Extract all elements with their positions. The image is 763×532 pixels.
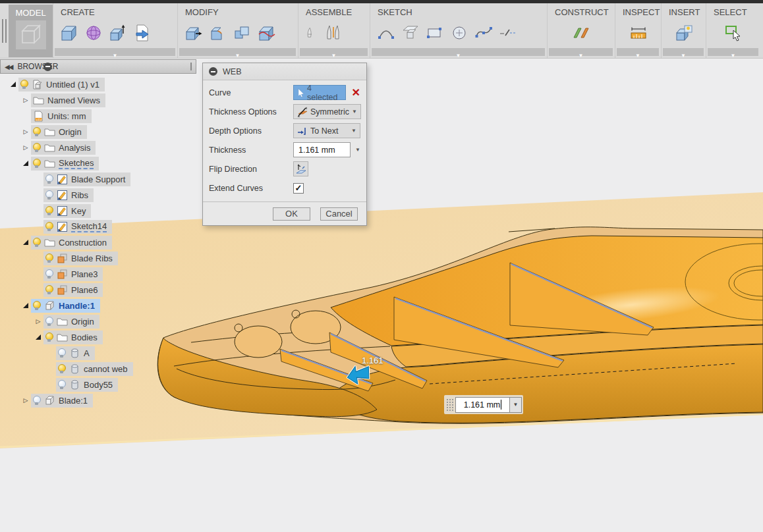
visibility-bulb-icon[interactable] [32,142,40,153]
visibility-bulb-icon[interactable] [57,363,65,374]
web-dialog-header[interactable]: WEB [203,63,366,80]
collapsed-arrow-icon[interactable]: ▷ [33,318,43,325]
tree-item-chip[interactable]: Untitled (1) v1 [18,78,105,92]
import-icon[interactable] [134,24,151,44]
visibility-bulb-icon[interactable] [32,158,40,169]
rectangle-icon[interactable] [426,24,443,44]
tree-row-handle-1[interactable]: Handle:1 [0,298,199,313]
construct-plane-icon[interactable] [572,24,590,44]
browser-header[interactable]: ◀◀ BROWSER [0,59,196,74]
tree-row-a[interactable]: A [0,345,199,361]
toolbar-group-expander[interactable]: ▼ [549,48,613,56]
visibility-bulb-icon[interactable] [45,205,53,216]
split-icon[interactable] [258,24,275,44]
canvas-thickness-widget[interactable]: 1.161 mm ▼ [444,395,523,414]
tree-item-chip[interactable]: Plane6 [43,283,103,297]
spline-icon[interactable] [475,24,492,44]
tree-row-analysis[interactable]: ▷Analysis [0,140,199,155]
tree-row-blade-support[interactable]: Blade Support [0,171,199,187]
visibility-bulb-icon[interactable] [32,300,40,311]
tree-row-origin[interactable]: ▷Origin [0,313,199,329]
create-sketch-icon[interactable] [402,24,419,44]
widget-drag-handle[interactable] [445,398,454,412]
tree-row-blade-1[interactable]: ▷Blade:1 [0,392,199,408]
tree-row-bodies[interactable]: Bodies [0,329,199,345]
tree-row-untitled-1-v1[interactable]: Untitled (1) v1 [0,76,199,92]
visibility-bulb-icon[interactable] [20,79,28,90]
visibility-bulb-icon[interactable] [57,379,65,390]
cancel-button[interactable]: Cancel [320,207,358,221]
visibility-bulb-icon[interactable] [45,174,53,184]
joint-icon[interactable] [306,24,318,44]
tree-item-chip[interactable]: Plane3 [43,267,103,281]
tree-item-chip[interactable]: Bodies [43,331,103,344]
fillet-icon[interactable] [210,24,227,44]
as-built-joint-icon[interactable] [325,24,342,44]
curve-selection-button[interactable]: 4 selected [293,85,346,100]
toolbar-group-expander[interactable]: ▼ [372,48,545,56]
thickness-input[interactable]: 1.161 mm [293,142,351,157]
visibility-bulb-icon[interactable] [32,126,40,137]
tree-row-sketches[interactable]: Sketches [0,155,199,171]
browser-resize-grip[interactable] [190,63,192,70]
box-icon[interactable] [61,24,78,44]
depth-options-dropdown[interactable]: To Next ▼ [293,123,360,138]
insert-image-icon[interactable] [675,24,692,44]
tree-row-construction[interactable]: Construction [0,234,199,250]
canvas-thickness-dropdown[interactable]: ▼ [510,397,522,413]
browser-minimize-icon[interactable] [43,63,52,71]
flip-direction-arrow-cursor[interactable] [345,362,374,388]
press-pull-icon[interactable] [185,24,202,44]
toolbar-group-expander[interactable]: ▼ [663,48,704,56]
tree-item-chip[interactable]: Construction [31,236,112,250]
collapsed-arrow-icon[interactable]: ▷ [20,397,31,404]
web-dialog[interactable]: WEB Curve 4 selected ✕ Thickness Options… [202,63,367,226]
visibility-bulb-icon[interactable] [45,316,53,327]
visibility-bulb-icon[interactable] [32,237,40,248]
tree-row-body55[interactable]: Body55 [0,377,199,392]
tree-row-sketch14[interactable]: Sketch14 [0,219,199,234]
tree-row-key[interactable]: Key [0,203,199,219]
tree-row-cannot-web[interactable]: cannot web [0,361,199,377]
circle-icon[interactable] [451,24,468,44]
visibility-bulb-icon[interactable] [45,284,53,295]
expanded-arrow-icon[interactable] [33,334,43,340]
toolbar-group-expander[interactable]: ▼ [55,48,175,56]
expanded-arrow-icon[interactable] [20,303,31,308]
expanded-arrow-icon[interactable] [8,82,18,87]
trim-icon[interactable] [499,24,517,44]
tree-item-chip[interactable]: Origin [43,315,99,329]
tree-row-plane6[interactable]: Plane6 [0,282,199,298]
tree-item-chip[interactable]: Blade Support [43,173,130,186]
thickness-options-dropdown[interactable]: Symmetric ▼ [293,104,361,119]
sphere-icon[interactable] [85,24,102,44]
extend-curves-checkbox[interactable]: ✓ [293,183,304,194]
tree-item-chip[interactable]: Handle:1 [31,299,100,313]
collapsed-arrow-icon[interactable]: ▷ [20,97,31,103]
visibility-bulb-icon[interactable] [57,348,65,358]
ok-button[interactable]: OK [273,207,310,221]
tree-row-plane3[interactable]: Plane3 [0,266,199,282]
toolbar-group-expander[interactable]: ▼ [179,48,296,56]
collapsed-arrow-icon[interactable]: ▷ [20,144,31,151]
flip-direction-button[interactable] [293,161,308,176]
arc-icon[interactable] [378,24,395,44]
canvas-thickness-input[interactable]: 1.161 mm [455,397,510,413]
tree-item-chip[interactable]: cannot web [56,362,133,376]
tree-row-origin[interactable]: ▷Origin [0,124,199,140]
dialog-collapse-icon[interactable] [209,67,217,76]
tree-item-chip[interactable]: Blade Ribs [43,252,118,265]
expanded-arrow-icon[interactable] [20,240,31,245]
select-icon[interactable] [725,24,742,44]
tree-item-chip[interactable]: Units: mm [31,109,92,123]
tree-item-chip[interactable]: Key [43,204,91,218]
visibility-bulb-icon[interactable] [45,221,53,232]
tree-item-chip[interactable]: Body55 [56,378,118,392]
collapsed-arrow-icon[interactable]: ▷ [20,128,31,135]
tree-row-ribs[interactable]: Ribs [0,187,199,203]
tree-row-blade-ribs[interactable]: Blade Ribs [0,250,199,266]
extrude-icon[interactable] [109,24,127,44]
tree-row-named-views[interactable]: ▷Named Views [0,92,199,108]
measure-icon[interactable] [630,24,647,44]
clear-selection-icon[interactable]: ✕ [352,88,360,98]
